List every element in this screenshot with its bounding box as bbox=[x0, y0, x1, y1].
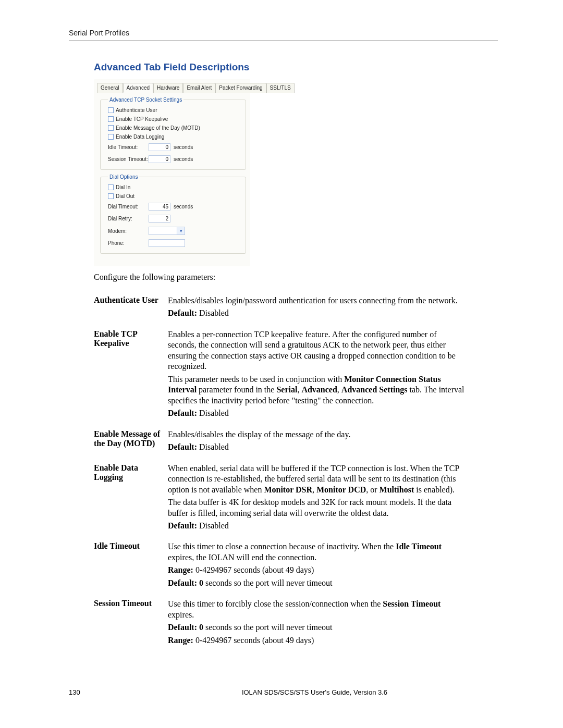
chk-dial-in-label: Dial In bbox=[116, 184, 130, 190]
dial-timeout-suffix: seconds bbox=[170, 204, 193, 209]
table-row: Enable TCP Keepalive Enables a per-conne… bbox=[94, 325, 469, 425]
group-advanced-tcp-legend: Advanced TCP Socket Settings bbox=[108, 97, 183, 103]
desc-idle-timeout: Use this timer to close a connection bec… bbox=[168, 537, 469, 595]
section-title: Advanced Tab Field Descriptions bbox=[94, 61, 498, 73]
intro-text: Configure the following parameters: bbox=[94, 273, 498, 282]
term-idle-timeout: Idle Timeout bbox=[94, 537, 168, 595]
group-dial-options-legend: Dial Options bbox=[108, 174, 139, 180]
chk-dial-out[interactable] bbox=[108, 193, 114, 199]
tab-general[interactable]: General bbox=[97, 83, 123, 93]
chk-tcp-keepalive[interactable] bbox=[108, 116, 114, 122]
term-motd: Enable Message of the Day (MOTD) bbox=[94, 425, 168, 459]
session-timeout-label: Session Timeout: bbox=[108, 156, 149, 162]
chk-data-logging-label: Enable Data Logging bbox=[116, 134, 164, 140]
table-row: Idle Timeout Use this timer to close a c… bbox=[94, 537, 469, 595]
phone-input[interactable] bbox=[149, 239, 185, 247]
table-row: Enable Data Logging When enabled, serial… bbox=[94, 459, 469, 538]
dial-timeout-label: Dial Timeout: bbox=[108, 204, 149, 209]
tab-advanced[interactable]: Advanced bbox=[123, 83, 153, 93]
desc-data-logging: When enabled, serial data will be buffer… bbox=[168, 459, 469, 538]
advanced-tab-panel: General Advanced Hardware Email Alert Pa… bbox=[94, 79, 250, 266]
phone-label: Phone: bbox=[108, 240, 149, 246]
chk-motd-label: Enable Message of the Day (MOTD) bbox=[116, 125, 200, 131]
desc-authenticate-user: Enables/disables login/password authenti… bbox=[168, 291, 469, 325]
chk-dial-out-label: Dial Out bbox=[116, 193, 134, 199]
table-row: Authenticate User Enables/disables login… bbox=[94, 291, 469, 325]
idle-timeout-suffix: seconds bbox=[170, 144, 193, 150]
dial-retry-input[interactable] bbox=[149, 215, 170, 223]
chk-data-logging[interactable] bbox=[108, 134, 114, 140]
term-data-logging: Enable Data Logging bbox=[94, 459, 168, 538]
term-authenticate-user: Authenticate User bbox=[94, 291, 168, 325]
session-timeout-suffix: seconds bbox=[170, 156, 193, 162]
chk-tcp-keepalive-label: Enable TCP Keepalive bbox=[116, 116, 168, 122]
header-title: Serial Port Profiles bbox=[69, 29, 129, 37]
page-number: 130 bbox=[69, 688, 80, 696]
footer-text: IOLAN SDS/SCS/STS User's Guide, Version … bbox=[69, 688, 498, 696]
term-session-timeout: Session Timeout bbox=[94, 595, 168, 652]
idle-timeout-input[interactable] bbox=[149, 143, 170, 151]
group-dial-options: Dial Options Dial In Dial Out Dial Timeo… bbox=[100, 174, 246, 254]
tab-ssl-tls[interactable]: SSL/TLS bbox=[266, 83, 295, 93]
tab-strip: General Advanced Hardware Email Alert Pa… bbox=[97, 82, 247, 93]
chevron-down-icon: ▾ bbox=[177, 227, 185, 235]
table-row: Session Timeout Use this timer to forcib… bbox=[94, 595, 469, 652]
tab-email-alert[interactable]: Email Alert bbox=[183, 83, 215, 93]
term-tcp-keepalive: Enable TCP Keepalive bbox=[94, 325, 168, 425]
page-header: Serial Port Profiles bbox=[69, 29, 498, 41]
dial-timeout-input[interactable] bbox=[149, 203, 170, 211]
session-timeout-input[interactable] bbox=[149, 155, 170, 163]
tab-hardware[interactable]: Hardware bbox=[153, 83, 183, 93]
table-row: Enable Message of the Day (MOTD) Enables… bbox=[94, 425, 469, 459]
chk-authenticate-user-label: Authenticate User bbox=[116, 107, 157, 113]
group-advanced-tcp: Advanced TCP Socket Settings Authenticat… bbox=[100, 97, 246, 170]
tab-packet-forwarding[interactable]: Packet Forwarding bbox=[215, 83, 266, 93]
field-descriptions-table: Authenticate User Enables/disables login… bbox=[94, 291, 469, 652]
idle-timeout-label: Idle Timeout: bbox=[108, 144, 149, 150]
page-footer: 130 IOLAN SDS/SCS/STS User's Guide, Vers… bbox=[69, 688, 498, 696]
modem-label: Modem: bbox=[108, 228, 149, 234]
dial-retry-label: Dial Retry: bbox=[108, 216, 149, 221]
chk-motd[interactable] bbox=[108, 125, 114, 131]
chk-authenticate-user[interactable] bbox=[108, 107, 114, 113]
desc-motd: Enables/disables the display of the mess… bbox=[168, 425, 469, 459]
desc-tcp-keepalive: Enables a per-connection TCP keepalive f… bbox=[168, 325, 469, 425]
modem-combo[interactable]: ▾ bbox=[149, 227, 185, 235]
chk-dial-in[interactable] bbox=[108, 184, 114, 190]
desc-session-timeout: Use this timer to forcibly close the ses… bbox=[168, 595, 469, 652]
